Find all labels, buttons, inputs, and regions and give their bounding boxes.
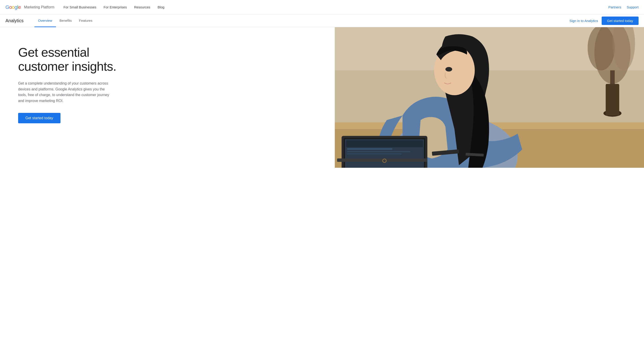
nav-for-small-businesses[interactable]: For Small Businesses — [64, 5, 96, 9]
get-started-button-header[interactable]: Get started today — [602, 17, 638, 25]
svg-rect-28 — [347, 148, 392, 150]
support-link[interactable]: Support — [626, 5, 638, 9]
svg-rect-16 — [606, 84, 619, 116]
hero-headline: Get essential customer insights. — [18, 45, 127, 73]
google-logo: Google — [6, 4, 21, 10]
partners-link[interactable]: Partners — [608, 5, 621, 9]
svg-point-12 — [588, 27, 615, 70]
svg-rect-30 — [347, 153, 402, 154]
nav-resources[interactable]: Resources — [134, 5, 150, 9]
secondary-nav-right: Sign in to Analytics Get started today — [570, 17, 638, 25]
svg-rect-29 — [347, 151, 410, 152]
hero-section: Get essential customer insights. Get a c… — [0, 27, 644, 168]
hero-description: Get a complete understanding of your cus… — [18, 81, 113, 104]
secondary-nav-links: Overview Benefits Features — [34, 15, 570, 27]
nav-for-enterprises[interactable]: For Enterprises — [104, 5, 127, 9]
top-nav-links: For Small Businesses For Enterprises Res… — [64, 5, 608, 9]
svg-point-23 — [445, 67, 452, 71]
tab-benefits[interactable]: Benefits — [56, 15, 76, 27]
top-navigation: Google Marketing Platform For Small Busi… — [0, 0, 644, 15]
platform-name: Marketing Platform — [24, 5, 54, 9]
hero-content: Get essential customer insights. Get a c… — [0, 27, 127, 141]
top-nav-right: Partners Support — [608, 5, 638, 9]
get-started-button-hero[interactable]: Get started today — [18, 113, 60, 123]
svg-rect-27 — [346, 140, 423, 147]
svg-rect-31 — [337, 158, 428, 162]
analytics-product-title: Analytics — [6, 18, 24, 23]
tab-overview[interactable]: Overview — [34, 15, 56, 27]
logo-link[interactable]: Google Marketing Platform — [6, 4, 54, 10]
secondary-navigation: Analytics Overview Benefits Features Sig… — [0, 15, 644, 27]
sign-in-link[interactable]: Sign in to Analytics — [570, 19, 598, 23]
nav-blog[interactable]: Blog — [158, 5, 164, 9]
tab-features[interactable]: Features — [76, 15, 96, 27]
